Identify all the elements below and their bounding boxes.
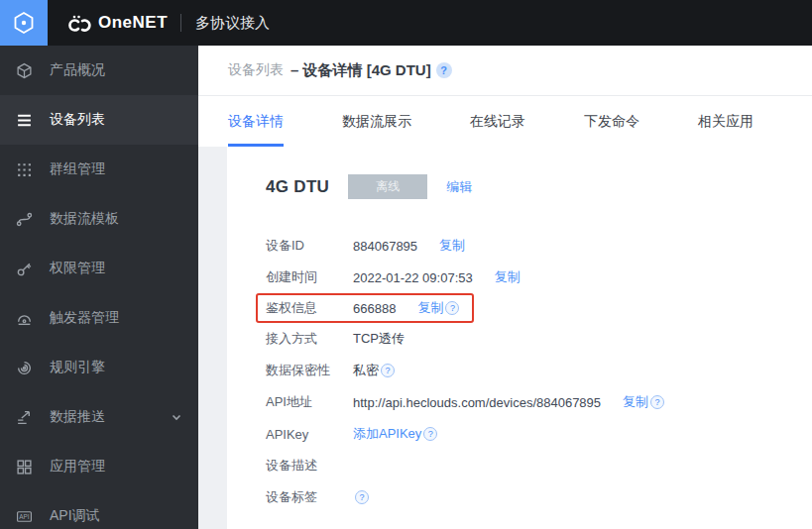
tab-device-detail[interactable]: 设备详情	[228, 96, 284, 147]
field-value: 私密	[353, 362, 379, 379]
cube-icon	[16, 62, 33, 79]
edit-button[interactable]: 编辑	[446, 178, 472, 196]
brand-name: OneNET	[98, 13, 168, 33]
breadcrumb-help-icon[interactable]: ?	[436, 62, 452, 78]
sidebar-item-permission-management[interactable]: 权限管理	[0, 244, 198, 293]
spiral-icon	[16, 360, 33, 376]
tab-bar: 设备详情 数据流展示 在线记录 下发命令 相关应用	[198, 96, 812, 147]
help-icon[interactable]: ?	[355, 490, 369, 504]
status-badge: 离线	[348, 174, 427, 199]
help-icon[interactable]: ?	[423, 427, 437, 441]
field-row-create-time: 创建时间 2022-01-22 09:07:53 复制	[266, 262, 792, 293]
copy-button[interactable]: 复制	[495, 268, 521, 286]
grid-dots-icon	[16, 161, 33, 178]
field-value: TCP透传	[353, 330, 405, 348]
breadcrumb-current: – 设备详情 [4G DTU]	[290, 61, 431, 80]
sidebar-item-label: 应用管理	[50, 458, 105, 476]
list-icon	[16, 112, 33, 129]
sidebar-item-api-debug[interactable]: API API调试	[0, 491, 198, 529]
svg-text:API: API	[19, 513, 29, 520]
field-row-apikey: APIKey 添加APIKey ?	[266, 418, 792, 450]
help-icon[interactable]: ?	[381, 364, 395, 377]
device-title-row: 4G DTU 离线 编辑	[266, 174, 792, 199]
tab-send-command[interactable]: 下发命令	[584, 96, 639, 147]
sidebar-item-label: 群组管理	[50, 160, 105, 178]
field-row-device-tags: 设备标签 ?	[266, 481, 792, 513]
field-label: 设备标签	[266, 488, 353, 506]
field-label: 创建时间	[266, 268, 353, 286]
sidebar-item-trigger-management[interactable]: 触发器管理	[0, 293, 198, 343]
field-label: 鉴权信息	[266, 299, 353, 317]
sidebar-item-label: 数据流模板	[50, 210, 119, 228]
sidebar-item-device-list[interactable]: 设备列表	[0, 95, 198, 145]
flow-node-icon	[16, 211, 33, 228]
brand-logo[interactable]: OneNET	[66, 13, 168, 33]
sidebar-item-app-management[interactable]: 应用管理	[0, 442, 198, 491]
sidebar-item-label: 产品概况	[50, 61, 105, 79]
sidebar-item-datastream-template[interactable]: 数据流模板	[0, 194, 198, 244]
breadcrumb-parent[interactable]: 设备列表	[228, 61, 284, 79]
field-row-api-address: API地址 http://api.heclouds.com/devices/88…	[266, 386, 792, 418]
sidebar-item-rule-engine[interactable]: 规则引擎	[0, 343, 198, 392]
sidebar-item-data-push[interactable]: 数据推送	[0, 392, 198, 442]
field-value: 884067895	[353, 239, 417, 254]
tab-online-record[interactable]: 在线记录	[470, 96, 525, 147]
product-name: 多协议接入	[195, 14, 270, 33]
field-label: 数据保密性	[266, 362, 353, 379]
sidebar-item-label: API调试	[50, 507, 100, 525]
hexagon-logo-icon	[11, 10, 37, 36]
device-detail-card: 4G DTU 离线 编辑 设备ID 884067895 复制 创建时间 2022…	[227, 147, 812, 529]
sidebar-item-label: 设备列表	[50, 111, 105, 129]
main-area: 设备列表 – 设备详情 [4G DTU] ? 设备详情 数据流展示 在线记录 下…	[198, 46, 812, 529]
field-row-device-description: 设备描述	[266, 450, 792, 481]
field-value: 666888	[353, 301, 396, 316]
tab-related-apps[interactable]: 相关应用	[698, 96, 754, 147]
field-row-data-privacy: 数据保密性 私密 ?	[266, 355, 792, 386]
field-label: APIKey	[266, 427, 353, 442]
help-icon[interactable]: ?	[445, 301, 459, 315]
sidebar-item-label: 触发器管理	[50, 309, 119, 327]
sidebar-item-label: 数据推送	[50, 408, 105, 426]
api-icon: API	[16, 508, 33, 525]
trigger-icon	[16, 310, 33, 327]
breadcrumb: 设备列表 – 设备详情 [4G DTU] ?	[198, 46, 812, 96]
field-value: http://api.heclouds.com/devices/88406789…	[353, 395, 601, 410]
topbar-divider	[180, 14, 181, 32]
device-name: 4G DTU	[266, 177, 329, 197]
field-row-auth-info-highlighted: 鉴权信息 666888 复制 ?	[256, 293, 474, 323]
tab-datastream-display[interactable]: 数据流展示	[342, 96, 411, 147]
app-logo-button[interactable]	[0, 0, 48, 46]
add-apikey-button[interactable]: 添加APIKey	[353, 425, 421, 443]
copy-button[interactable]: 复制	[417, 299, 443, 317]
sidebar-item-label: 规则引擎	[50, 359, 105, 376]
field-row-device-id: 设备ID 884067895 复制	[266, 230, 792, 262]
field-value: 2022-01-22 09:07:53	[353, 270, 473, 285]
device-fields: 设备ID 884067895 复制 创建时间 2022-01-22 09:07:…	[266, 230, 792, 513]
field-label: API地址	[266, 393, 353, 411]
app-squares-icon	[16, 459, 33, 476]
sidebar: 产品概况 设备列表 群组管理 数据流模板	[0, 46, 198, 529]
sidebar-item-group-management[interactable]: 群组管理	[0, 145, 198, 194]
field-label: 设备ID	[266, 237, 353, 255]
push-arrow-icon	[16, 409, 33, 426]
help-icon[interactable]: ?	[650, 395, 664, 409]
field-label: 接入方式	[266, 330, 353, 348]
field-row-access-mode: 接入方式 TCP透传	[266, 323, 792, 355]
field-label: 设备描述	[266, 457, 353, 475]
key-icon	[16, 261, 33, 277]
topbar: OneNET 多协议接入	[0, 0, 812, 46]
content-background: 4G DTU 离线 编辑 设备ID 884067895 复制 创建时间 2022…	[198, 147, 812, 529]
copy-button[interactable]: 复制	[623, 393, 648, 411]
copy-button[interactable]: 复制	[439, 237, 465, 255]
sidebar-item-label: 权限管理	[50, 260, 105, 277]
chevron-down-icon[interactable]	[171, 411, 182, 423]
onenet-logo-icon	[66, 14, 92, 32]
sidebar-item-product-overview[interactable]: 产品概况	[0, 46, 198, 95]
